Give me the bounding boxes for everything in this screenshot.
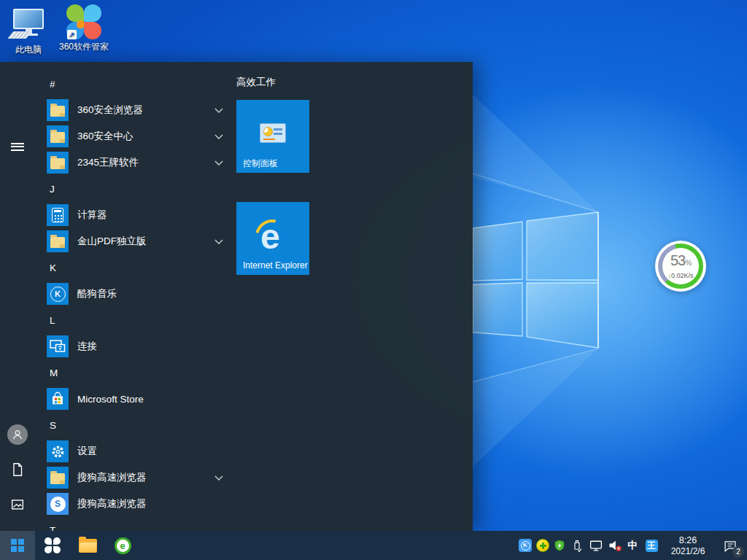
calculator-icon bbox=[52, 208, 63, 222]
folder-icon bbox=[50, 132, 65, 143]
network-monitor-icon bbox=[589, 539, 603, 552]
app-row-calculator[interactable]: 计算器 bbox=[47, 202, 228, 228]
desktop-icon-360-software-manager[interactable]: ↗ 360软件管家 bbox=[55, 4, 112, 53]
360-antivirus-icon bbox=[536, 539, 549, 552]
document-icon bbox=[9, 462, 26, 478]
settings-button[interactable] bbox=[0, 522, 35, 531]
action-center-button[interactable]: 2 bbox=[713, 531, 747, 560]
expand-menu-button[interactable] bbox=[0, 129, 35, 164]
start-menu-app-list: # 360安全浏览器 360安全中心 2345王牌软件 J 计算器 金山PDF独… bbox=[47, 71, 228, 531]
taskbar-file-explorer-button[interactable] bbox=[70, 531, 105, 560]
pictures-icon bbox=[9, 497, 26, 513]
360-browser-icon: e bbox=[115, 537, 131, 554]
windows-logo-icon bbox=[11, 539, 24, 552]
section-header[interactable]: M bbox=[47, 359, 228, 386]
control-panel-icon bbox=[260, 123, 286, 143]
tray-360-antivirus[interactable] bbox=[534, 531, 551, 560]
app-row-360-secure-browser-folder[interactable]: 360安全浏览器 bbox=[47, 97, 228, 123]
chevron-down-icon[interactable] bbox=[210, 156, 228, 169]
folder-icon bbox=[50, 158, 65, 169]
microsoft-store-icon bbox=[50, 391, 66, 407]
start-button[interactable] bbox=[0, 531, 35, 560]
tray-kugou[interactable]: K bbox=[516, 531, 534, 560]
app-row-microsoft-store[interactable]: Microsoft Store bbox=[47, 386, 228, 412]
this-pc-icon bbox=[10, 7, 47, 42]
hamburger-icon bbox=[11, 141, 24, 152]
taskbar-360-browser-button[interactable]: e bbox=[105, 531, 140, 560]
usb-icon bbox=[570, 538, 584, 553]
gear-icon bbox=[50, 444, 66, 459]
speaker-muted-icon bbox=[607, 538, 623, 553]
360-safeguard-icon bbox=[44, 537, 61, 553]
app-row-settings[interactable]: 设置 bbox=[47, 438, 228, 464]
chevron-down-icon[interactable] bbox=[210, 471, 228, 484]
memory-percent: 53 bbox=[670, 252, 685, 268]
app-row-sogou-browser-folder[interactable]: 搜狗高速浏览器 bbox=[47, 464, 228, 491]
pictures-button[interactable] bbox=[0, 487, 35, 522]
tray-network[interactable] bbox=[587, 531, 605, 560]
sogou-icon: S bbox=[50, 497, 66, 512]
app-row-360-security-center-folder[interactable]: 360安全中心 bbox=[47, 123, 228, 149]
tray-usb-device[interactable] bbox=[568, 531, 587, 560]
section-header[interactable]: J bbox=[47, 176, 228, 202]
app-row-kingsoft-pdf-folder[interactable]: 金山PDF独立版 bbox=[47, 228, 228, 254]
chevron-down-icon[interactable] bbox=[210, 104, 228, 117]
chevron-down-icon[interactable] bbox=[210, 130, 228, 143]
tray-wps-wang[interactable]: 王 bbox=[640, 531, 662, 560]
system-tray: K 中 王 8:26 2021/2/6 bbox=[516, 531, 747, 560]
tray-360-shield[interactable] bbox=[551, 531, 568, 560]
keyboard-icon bbox=[7, 31, 32, 39]
desktop-icon-label: 360软件管家 bbox=[55, 41, 112, 53]
shield-icon bbox=[553, 539, 566, 552]
tile-control-panel[interactable]: 控制面板 bbox=[236, 100, 309, 173]
speed-ball-progress-ring: 53% ↓0.02K/s bbox=[658, 244, 703, 289]
user-icon bbox=[10, 427, 25, 442]
section-header[interactable]: S bbox=[47, 412, 228, 438]
chevron-down-icon[interactable] bbox=[210, 235, 228, 248]
date: 2021/2/6 bbox=[662, 546, 713, 556]
taskbar-360-safeguard-button[interactable] bbox=[35, 531, 70, 560]
network-speed: 0.02K/s bbox=[671, 272, 694, 279]
app-row-sogou-browser[interactable]: S 搜狗高速浏览器 bbox=[47, 491, 228, 517]
app-row-kugou-music[interactable]: K 酷狗音乐 bbox=[47, 281, 228, 307]
desktop-icon-this-pc[interactable]: 此电脑 bbox=[0, 7, 57, 56]
desktop-icon-label: 此电脑 bbox=[0, 44, 57, 56]
folder-icon bbox=[50, 237, 65, 248]
connect-icon bbox=[49, 338, 66, 354]
section-header[interactable]: L bbox=[47, 307, 228, 333]
start-menu-tiles: 高效工作 控制面板 e Internet Explorer bbox=[236, 76, 455, 93]
notification-count-badge: 2 bbox=[732, 546, 744, 558]
app-row-2345-software-folder[interactable]: 2345王牌软件 bbox=[47, 149, 228, 176]
tray-volume-muted[interactable] bbox=[605, 531, 624, 560]
shortcut-arrow-icon: ↗ bbox=[67, 30, 77, 39]
section-header[interactable]: K bbox=[47, 254, 228, 281]
kugou-icon: K bbox=[519, 539, 532, 552]
section-header[interactable]: # bbox=[47, 71, 228, 97]
documents-button[interactable] bbox=[0, 452, 35, 487]
tray-ime-indicator[interactable]: 中 bbox=[624, 531, 640, 560]
folder-icon bbox=[50, 473, 65, 484]
file-explorer-icon bbox=[79, 539, 97, 553]
tile-group-label[interactable]: 高效工作 bbox=[236, 76, 455, 93]
360-speed-ball-widget[interactable]: 53% ↓0.02K/s bbox=[655, 241, 706, 292]
taskbar-clock[interactable]: 8:26 2021/2/6 bbox=[662, 535, 713, 556]
start-menu: # 360安全浏览器 360安全中心 2345王牌软件 J 计算器 金山PDF独… bbox=[0, 62, 473, 531]
wang-icon: 王 bbox=[646, 540, 658, 552]
start-menu-rail bbox=[0, 62, 35, 531]
time: 8:26 bbox=[662, 535, 713, 546]
360-software-manager-icon: ↗ bbox=[66, 4, 102, 39]
internet-explorer-icon: e bbox=[255, 215, 291, 254]
tile-internet-explorer[interactable]: e Internet Explorer bbox=[236, 202, 309, 275]
user-account-button[interactable] bbox=[0, 417, 35, 452]
folder-icon bbox=[50, 106, 65, 117]
kugou-icon: K bbox=[50, 287, 66, 302]
app-row-connect[interactable]: 连接 bbox=[47, 333, 228, 359]
section-header[interactable]: T bbox=[47, 517, 228, 531]
monitor-screen bbox=[13, 9, 44, 29]
avatar bbox=[7, 424, 28, 445]
